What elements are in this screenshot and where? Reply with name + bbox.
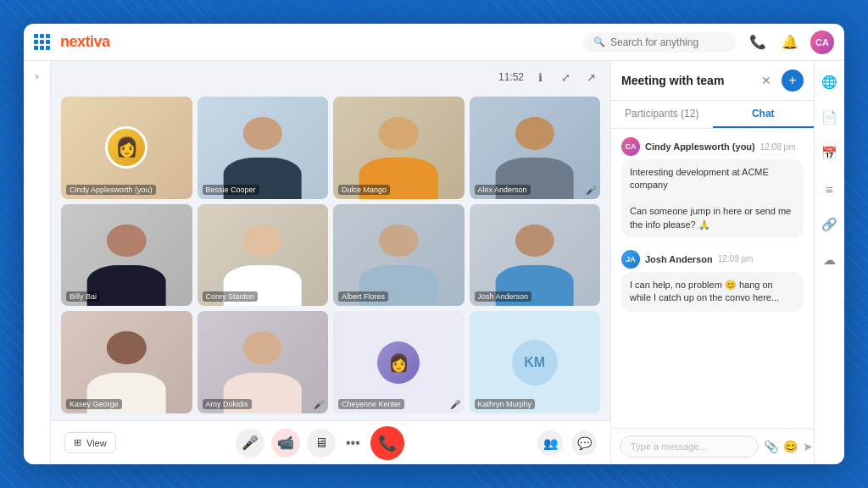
chat-bubble: Interesting development at ACME company … — [621, 159, 804, 238]
video-cell: Alex Anderson 🎤 — [470, 97, 601, 199]
video-area: 11:52 ℹ ⤢ ↗ 👩 Cindy Applesworth (you) Be… — [51, 61, 610, 464]
right-controls: 👥 💬 — [537, 430, 597, 456]
view-label: View — [86, 438, 107, 448]
chat-text-1: Interesting development at ACME company — [630, 167, 769, 190]
video-cell: Bessie Cooper — [198, 97, 329, 199]
attachment-icon[interactable]: 📎 — [764, 440, 778, 453]
cindy-avatar: 👩 — [105, 126, 147, 169]
end-call-button[interactable]: 📞 — [370, 426, 404, 460]
video-cell: Billy Bai — [61, 204, 192, 307]
muted-icon: 🎤 — [450, 400, 460, 409]
external-icon[interactable]: ↗ — [581, 68, 600, 86]
view-button[interactable]: ⊞ View — [64, 432, 116, 453]
chat-input[interactable] — [620, 435, 759, 458]
emoji-icon[interactable]: 😊 — [783, 440, 798, 453]
link-icon[interactable]: 🔗 — [819, 214, 841, 236]
globe-icon[interactable]: 🌐 — [819, 71, 841, 93]
top-bar: nextiva 🔍 📞 🔔 CA — [24, 24, 844, 61]
participant-name: Josh Anderson — [475, 291, 532, 302]
video-cell: Corey Stanton — [198, 204, 329, 307]
logo: nextiva — [60, 33, 110, 51]
video-controls: ⊞ View 🎤 📹 🖥 ••• 📞 👥 💬 — [51, 420, 610, 464]
tab-participants[interactable]: Participants (12) — [611, 101, 713, 128]
video-grid: 👩 Cindy Applesworth (you) Bessie Cooper … — [51, 93, 610, 420]
calendar-icon[interactable]: 📅 — [819, 142, 841, 164]
search-icon: 🔍 — [593, 36, 605, 47]
main-content: › 11:52 ℹ ⤢ ↗ 👩 Cindy Applesworth (you) … — [24, 61, 844, 464]
chat-bubble: I can help, no problem 😊 hang on while I… — [621, 272, 804, 312]
km-avatar: KM — [512, 340, 558, 385]
participant-name: Cindy Applesworth (you) — [66, 185, 156, 195]
participant-name: Kasey George — [66, 399, 122, 409]
more-options-button[interactable]: ••• — [342, 435, 364, 451]
grid-menu-icon[interactable] — [34, 34, 50, 50]
expand-icon[interactable]: ⤢ — [556, 68, 575, 86]
chat-button[interactable]: 💬 — [571, 430, 597, 456]
chat-area: CA Cindy Applesworth (you) 12:08 pm Inte… — [611, 129, 814, 428]
right-panel-header: Meeting with team ✕ + — [611, 61, 814, 101]
chat-text-2: Can someone jump in here or send me the … — [630, 206, 791, 229]
view-grid-icon: ⊞ — [74, 437, 81, 448]
participant-name: Corey Stanton — [203, 291, 259, 302]
participant-name: Cheyenne Kenter — [338, 399, 404, 409]
list-icon[interactable]: ≡ — [819, 178, 841, 200]
video-toggle-button[interactable]: 📹 — [271, 429, 300, 458]
chat-sender: Josh Anderson — [645, 254, 713, 264]
document-icon[interactable]: 📄 — [819, 107, 841, 129]
chat-time: 12:09 pm — [718, 254, 754, 263]
chat-text-3: I can help, no problem 😊 hang on while I… — [630, 280, 779, 302]
close-panel-button[interactable]: ✕ — [758, 72, 775, 89]
participant-name: Dulce Mango — [338, 185, 390, 195]
chat-message-header: CA Cindy Applesworth (you) 12:08 pm — [621, 137, 804, 156]
video-cell: 👩 Cindy Applesworth (you) — [61, 97, 192, 199]
search-input[interactable] — [610, 36, 721, 48]
add-participant-button[interactable]: + — [782, 69, 804, 92]
chat-input-area: 📎 😊 ➤ — [611, 428, 814, 464]
chat-sender: Cindy Applesworth (you) — [645, 141, 755, 152]
search-bar[interactable]: 🔍 — [583, 32, 736, 53]
participants-button[interactable]: 👥 — [537, 430, 563, 456]
logo-text: next — [60, 33, 90, 50]
chat-message: CA Cindy Applesworth (you) 12:08 pm Inte… — [621, 137, 804, 238]
video-cell: Dulce Mango — [333, 97, 465, 199]
phone-icon[interactable]: 📞 — [746, 30, 770, 54]
right-panel: Meeting with team ✕ + Participants (12) … — [610, 61, 814, 464]
left-sidebar: › — [24, 61, 51, 464]
meeting-time: 11:52 — [498, 71, 524, 83]
video-header: 11:52 ℹ ⤢ ↗ — [51, 61, 610, 93]
panel-title: Meeting with team — [621, 74, 751, 87]
tab-chat[interactable]: Chat — [713, 101, 815, 128]
cheyenne-avatar: 👩 — [377, 341, 420, 384]
video-cell: Albert Flores — [333, 204, 465, 307]
sidebar-toggle-btn[interactable]: › — [29, 68, 46, 85]
muted-icon: 🎤 — [314, 400, 324, 409]
logo-text2: va — [94, 33, 110, 50]
participant-name: Kathryn Murphy — [475, 399, 536, 409]
right-sidebar: 🌐 📄 📅 ≡ 🔗 ☁ — [814, 61, 844, 464]
app-window: nextiva 🔍 📞 🔔 CA › 11:52 ℹ ⤢ ↗ — [24, 24, 844, 464]
video-cell: Amy Dokidis 🎤 — [198, 311, 329, 413]
user-avatar[interactable]: CA — [810, 30, 834, 54]
participant-name: Bessie Cooper — [203, 185, 259, 195]
screen-share-button[interactable]: 🖥 — [307, 429, 336, 458]
video-cell: Josh Anderson — [470, 204, 601, 307]
chat-avatar: CA — [621, 137, 640, 156]
chat-avatar: JA — [621, 250, 640, 269]
chat-time: 12:08 pm — [760, 142, 796, 152]
video-cell: 👩 Cheyenne Kenter 🎤 — [333, 311, 465, 413]
bell-icon[interactable]: 🔔 — [778, 30, 802, 54]
top-bar-icons: 📞 🔔 CA — [746, 30, 834, 54]
participant-name: Billy Bai — [66, 291, 100, 302]
participant-name: Amy Dokidis — [203, 399, 252, 409]
mute-button[interactable]: 🎤 — [236, 429, 264, 458]
muted-icon: 🎤 — [586, 186, 596, 195]
info-icon[interactable]: ℹ — [531, 68, 549, 86]
panel-tabs: Participants (12) Chat — [611, 101, 814, 129]
chat-message: JA Josh Anderson 12:09 pm I can help, no… — [621, 250, 804, 312]
participant-name: Albert Flores — [338, 291, 388, 302]
participant-name: Alex Anderson — [475, 185, 531, 195]
chat-message-header: JA Josh Anderson 12:09 pm — [621, 250, 804, 269]
cloud-icon[interactable]: ☁ — [819, 249, 841, 271]
video-cell: Kasey George — [61, 311, 192, 413]
send-icon[interactable]: ➤ — [803, 440, 813, 453]
